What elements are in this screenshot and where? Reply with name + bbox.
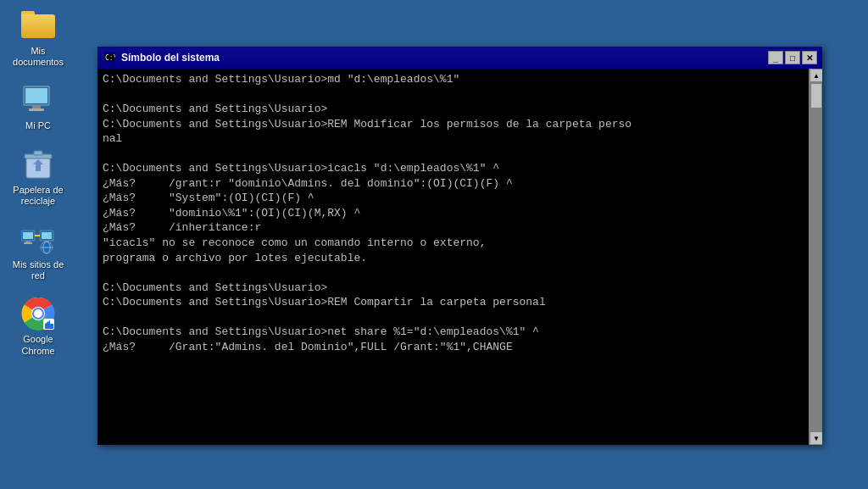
- google-chrome-label: Google Chrome: [8, 334, 68, 356]
- svg-rect-10: [24, 242, 32, 244]
- cmd-title-text: Símbolo del sistema: [121, 52, 768, 64]
- svg-rect-9: [25, 241, 31, 242]
- desktop-icon-mis-documentos[interactable]: Mis documentos: [8, 8, 68, 68]
- network-icon: [21, 222, 55, 256]
- cmd-body: C:\Documents and Settings\Usuario>md "d:…: [97, 69, 822, 445]
- folder-icon: [21, 8, 55, 42]
- cmd-content[interactable]: C:\Documents and Settings\Usuario>md "d:…: [97, 69, 809, 445]
- window-controls: _ □ ✕: [768, 51, 817, 64]
- svg-point-22: [34, 309, 42, 318]
- scroll-down-button[interactable]: ▼: [810, 431, 822, 445]
- maximize-button[interactable]: □: [785, 51, 800, 64]
- close-button[interactable]: ✕: [802, 51, 817, 64]
- recycle-icon: [21, 147, 55, 181]
- desktop-icons: Mis documentos Mi PC Papelera de recicla…: [8, 8, 68, 357]
- chrome-icon: [21, 297, 55, 331]
- mis-sitios-label: Mis sitios de red: [8, 259, 68, 281]
- svg-rect-8: [23, 232, 33, 239]
- scrollbar-track[interactable]: [810, 82, 822, 431]
- svg-text:C:\: C:\: [105, 54, 115, 62]
- desktop-icon-mi-pc[interactable]: Mi PC: [8, 83, 68, 131]
- mis-documentos-label: Mis documentos: [8, 46, 68, 68]
- mi-pc-label: Mi PC: [25, 120, 51, 131]
- svg-rect-6: [34, 151, 42, 155]
- desktop-icon-papelera[interactable]: Papelera de reciclaje: [8, 147, 68, 207]
- papelera-label: Papelera de reciclaje: [8, 185, 68, 207]
- svg-rect-1: [25, 88, 47, 103]
- cmd-window: C:\ Símbolo del sistema _ □ ✕ C:\Documen…: [97, 47, 822, 445]
- cmd-titlebar: C:\ Símbolo del sistema _ □ ✕: [97, 47, 822, 69]
- desktop-icon-google-chrome[interactable]: Google Chrome: [8, 297, 68, 356]
- svg-rect-3: [29, 108, 44, 111]
- svg-rect-12: [42, 232, 52, 239]
- scroll-up-button[interactable]: ▲: [810, 69, 822, 82]
- minimize-button[interactable]: _: [768, 51, 783, 64]
- cmd-scrollbar[interactable]: ▲ ▼: [809, 69, 822, 445]
- computer-icon: [21, 83, 55, 117]
- svg-rect-2: [32, 105, 41, 108]
- desktop-icon-mis-sitios[interactable]: Mis sitios de red: [8, 222, 68, 281]
- cmd-title-icon: C:\: [103, 51, 116, 64]
- scrollbar-thumb[interactable]: [810, 83, 822, 108]
